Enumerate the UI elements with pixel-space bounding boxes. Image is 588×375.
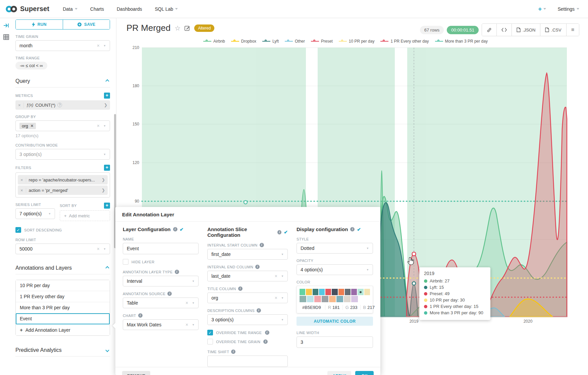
info-icon[interactable]: i <box>257 308 261 313</box>
legend-item-other[interactable]: Other <box>285 39 305 44</box>
group-by-select[interactable]: org✕ × ▼ <box>15 120 110 131</box>
copy-link-button[interactable] <box>482 24 496 36</box>
color-swatch[interactable] <box>319 289 325 295</box>
altered-badge[interactable]: Altered <box>194 24 214 32</box>
contribution-mode-select[interactable]: 3 option(s) ▼ <box>15 149 110 160</box>
clear-icon[interactable]: × <box>97 43 100 48</box>
color-swatch[interactable] <box>325 289 331 295</box>
hex-value[interactable]: #B5E9D9 <box>302 305 321 310</box>
color-swatch[interactable] <box>322 296 328 302</box>
legend-item-airbnb[interactable]: Airbnb <box>203 39 225 44</box>
clear-icon[interactable]: × <box>97 246 100 252</box>
sort-by-add-metric[interactable]: + Add metric <box>60 210 110 221</box>
color-swatch[interactable] <box>313 289 318 295</box>
clear-icon[interactable]: × <box>275 295 277 301</box>
group-by-tag-org[interactable]: org✕ <box>19 123 36 129</box>
add-sort-metric-button[interactable]: + <box>104 203 110 209</box>
color-swatch[interactable] <box>300 296 306 302</box>
info-icon[interactable]: i <box>238 286 243 291</box>
chart-select[interactable]: Max Work Dates×▼ <box>123 319 199 330</box>
override-time-range-checkbox[interactable]: ✓ <box>207 330 213 335</box>
color-swatch[interactable] <box>307 296 314 302</box>
clear-icon[interactable]: × <box>185 322 188 327</box>
color-swatch[interactable] <box>364 289 370 295</box>
info-icon[interactable]: i <box>350 227 355 231</box>
clear-icon[interactable]: × <box>97 123 100 128</box>
nav-sql-lab[interactable]: SQL Lab <box>155 6 178 12</box>
annotation-layer-item[interactable]: 1 PR Every other day <box>16 291 110 302</box>
legend-item-dropbox[interactable]: Dropbox <box>231 39 256 44</box>
info-icon[interactable]: i <box>255 265 260 269</box>
color-swatch[interactable] <box>332 289 337 295</box>
sort-descending-checkbox[interactable]: ✓ <box>15 227 21 233</box>
new-item-button[interactable]: + <box>538 5 546 13</box>
annotation-layer-item[interactable]: 10 PR per day <box>16 280 110 291</box>
edit-title-icon[interactable] <box>184 25 190 31</box>
line-width-input[interactable] <box>297 336 373 348</box>
clear-icon[interactable]: × <box>185 300 188 306</box>
nav-charts[interactable]: Charts <box>90 6 104 12</box>
hide-layer-checkbox[interactable] <box>123 259 128 265</box>
style-select[interactable]: Dotted▼ <box>297 243 373 254</box>
info-icon[interactable]: i <box>173 227 177 231</box>
info-icon[interactable]: i <box>277 230 281 234</box>
color-swatch-selected[interactable] <box>358 289 363 295</box>
clear-icon[interactable]: × <box>275 273 277 279</box>
chevron-right-icon[interactable]: ❯ <box>102 188 105 193</box>
remove-button[interactable]: REMOVE <box>122 371 150 375</box>
color-swatch[interactable] <box>351 289 357 295</box>
series-limit-select[interactable]: 7 option(s) ▼ <box>15 208 55 219</box>
title-column-select[interactable]: org×▼ <box>207 292 288 303</box>
filter-pill-action[interactable]: × action = 'pr_merged' ❯ <box>18 185 108 195</box>
override-time-grain-checkbox[interactable] <box>207 339 213 344</box>
info-icon[interactable]: i <box>231 350 235 354</box>
info-icon[interactable]: i <box>265 330 269 335</box>
ok-button[interactable]: OK <box>355 371 374 375</box>
expand-panel-icon[interactable] <box>3 23 9 28</box>
add-metric-button[interactable]: + <box>104 93 110 99</box>
interval-end-select[interactable]: last_date×▼ <box>207 271 288 281</box>
add-annotation-layer-button[interactable]: + Add Annotation Layer <box>16 324 110 335</box>
nav-dashboards[interactable]: Dashboards <box>117 6 142 12</box>
color-swatch[interactable] <box>345 289 351 295</box>
color-swatch[interactable] <box>336 296 343 302</box>
interval-start-select[interactable]: first_date▼ <box>207 249 288 260</box>
color-swatch[interactable] <box>314 296 321 302</box>
color-swatch[interactable] <box>344 296 351 302</box>
automatic-color-button[interactable]: AUTOMATIC COLOR <box>297 317 373 326</box>
info-icon[interactable]: i <box>260 243 264 247</box>
opacity-select[interactable]: 4 option(s)▼ <box>297 264 373 275</box>
chevron-right-icon[interactable]: ❯ <box>104 103 107 107</box>
remove-metric-icon[interactable]: × <box>18 103 24 108</box>
description-columns-select[interactable]: 3 option(s)▼ <box>207 314 288 325</box>
favorite-star-icon[interactable]: ☆ <box>175 24 181 32</box>
annotation-layer-type-select[interactable]: Interval▼ <box>123 276 199 286</box>
info-icon[interactable]: i <box>138 313 143 318</box>
time-shift-input[interactable] <box>207 356 288 367</box>
legend-item-more-than-3-pr[interactable]: More than 3 PR per day <box>435 39 488 44</box>
nav-data[interactable]: Data <box>63 6 77 12</box>
metric-pill-count[interactable]: × ƒ(x) COUNT(*) ? ❯ <box>15 100 110 110</box>
name-input[interactable] <box>123 243 199 254</box>
settings-menu[interactable]: Settings <box>557 6 579 12</box>
add-filter-button[interactable]: + <box>104 165 110 171</box>
color-swatch[interactable] <box>306 289 312 295</box>
collapse-query-icon[interactable] <box>105 79 109 83</box>
annotation-layer-item-selected[interactable]: Event <box>16 313 110 324</box>
remove-filter-icon[interactable]: × <box>20 188 26 193</box>
info-icon[interactable]: i <box>175 270 179 274</box>
superset-logo[interactable]: Superset <box>5 5 49 13</box>
export-csv-button[interactable]: .CSV <box>540 24 566 36</box>
filter-pill-repo[interactable]: × repo = 'apache/incubator-supers... ❯ <box>18 175 108 184</box>
expand-predictive-icon[interactable] <box>105 348 109 352</box>
color-swatch[interactable] <box>351 296 358 302</box>
view-query-button[interactable] <box>496 24 512 36</box>
legend-item-lyft[interactable]: Lyft <box>262 39 279 44</box>
remove-filter-icon[interactable]: × <box>20 177 26 182</box>
annotation-source-select[interactable]: Table×▼ <box>123 298 199 308</box>
apply-button[interactable]: APPLY <box>327 371 351 375</box>
time-range-pill[interactable]: -∞ ≤ col < ∞ <box>15 62 47 69</box>
annotation-layer-item[interactable]: More than 3 PR per day <box>16 302 110 313</box>
remove-tag-icon[interactable]: ✕ <box>31 124 34 128</box>
row-limit-select[interactable]: 50000 × ▼ <box>15 244 110 254</box>
